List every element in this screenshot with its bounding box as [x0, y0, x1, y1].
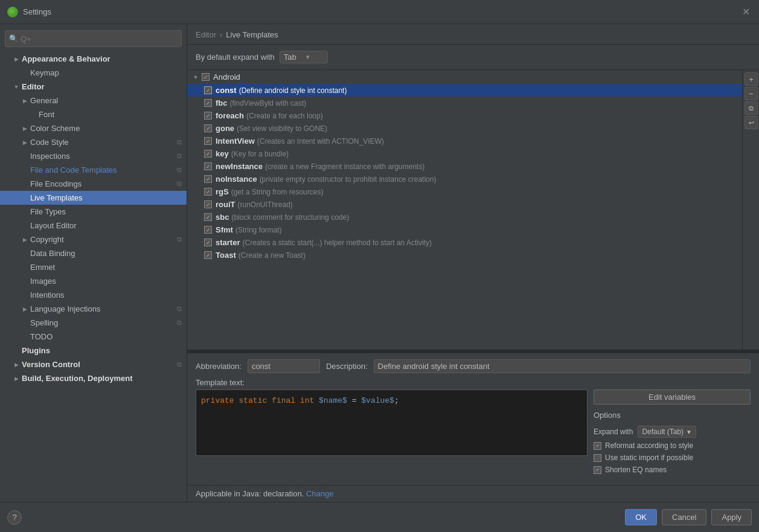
sidebar-item-font[interactable]: Font	[0, 107, 187, 121]
template-item-sfmt[interactable]: Sfmt (String format)	[187, 223, 742, 236]
template-checkbox-sfmt[interactable]	[204, 226, 212, 234]
template-checkbox-foreach[interactable]	[204, 112, 212, 120]
template-item-newinstance[interactable]: newInstance (create a new Fragment insta…	[187, 160, 742, 173]
close-button[interactable]: ✕	[740, 6, 752, 18]
add-template-button[interactable]: +	[745, 72, 758, 86]
search-box[interactable]: 🔍	[5, 30, 182, 47]
sidebar-item-images[interactable]: Images	[0, 274, 187, 288]
template-item-intentview[interactable]: IntentView (Creates an Intent with ACTIO…	[187, 135, 742, 147]
template-name-sfmt: Sfmt	[216, 225, 233, 234]
ok-button[interactable]: OK	[625, 509, 657, 525]
sidebar-item-label: File Encodings	[30, 179, 82, 188]
sidebar-item-keymap[interactable]: Keymap	[0, 66, 187, 80]
sidebar-item-label: Language Injections	[30, 304, 100, 313]
expand-arrow-editor	[12, 83, 21, 91]
sidebar-item-general[interactable]: General	[0, 94, 187, 107]
template-list: Android const (Define android style int …	[187, 70, 742, 350]
copy-template-button[interactable]: ⧉	[745, 101, 758, 115]
template-item-toast[interactable]: Toast (Create a new Toast)	[187, 249, 742, 261]
checkbox-shorten-eq-box[interactable]	[594, 466, 601, 474]
code-editor[interactable]: private static final int $name$ = $value…	[196, 389, 588, 456]
sidebar-item-file-code-templates[interactable]: File and Code Templates ⧉	[0, 163, 187, 177]
template-checkbox-toast[interactable]	[204, 251, 212, 259]
checkbox-reformat-label: Reformat according to style	[605, 441, 693, 450]
checkbox-static-import-box[interactable]	[594, 454, 601, 462]
sidebar-item-spelling[interactable]: Spelling ⧉	[0, 316, 187, 330]
restore-template-button[interactable]: ↩	[745, 116, 758, 129]
template-item-rouit[interactable]: rouiT (runOnUIThread)	[187, 198, 742, 211]
remove-template-button[interactable]: −	[745, 87, 758, 100]
sidebar-item-plugins[interactable]: Plugins	[0, 344, 187, 357]
template-item-gone[interactable]: gone (Set view visibility to GONE)	[187, 122, 742, 135]
template-item-key[interactable]: key (Key for a bundle)	[187, 147, 742, 160]
checkbox-reformat-box[interactable]	[594, 442, 601, 450]
template-desc-starter: (Creates a static start(...) helper meth…	[242, 239, 431, 247]
expand-with-dropdown[interactable]: Default (Tab) ▼	[638, 426, 696, 438]
template-item-sbc[interactable]: sbc (block comment for structuring code)	[187, 211, 742, 223]
copy-icon: ⧉	[177, 166, 182, 174]
expand-arrow-codestyle	[21, 138, 29, 147]
template-checkbox-intentview[interactable]	[204, 137, 212, 145]
template-item-const[interactable]: const (Define android style int constant…	[187, 84, 742, 97]
help-button[interactable]: ?	[7, 510, 22, 525]
template-name-key: key	[216, 149, 229, 158]
template-item-noinstance[interactable]: noInstance (private empty constructor to…	[187, 173, 742, 185]
template-checkbox-key[interactable]	[204, 150, 212, 158]
expand-dropdown-value: Tab	[284, 53, 303, 62]
template-item-starter[interactable]: starter (Creates a static start(...) hel…	[187, 236, 742, 249]
template-checkbox-fbc[interactable]	[204, 99, 212, 107]
template-name-intentview: IntentView	[216, 136, 255, 146]
checkbox-shorten-eq[interactable]: Shorten EQ names	[594, 466, 751, 474]
template-item-foreach[interactable]: foreach (Create a for each loop)	[187, 109, 742, 122]
group-header-android[interactable]: Android	[187, 70, 742, 84]
checkbox-static-import[interactable]: Use static import if possible	[594, 453, 751, 462]
template-name-toast: Toast	[216, 251, 236, 260]
template-item-fbc[interactable]: fbc (findViewByld with cast)	[187, 97, 742, 109]
edit-variables-button[interactable]: Edit variables	[594, 389, 751, 405]
template-checkbox-const[interactable]	[204, 86, 212, 94]
breadcrumb-parent: Editor	[196, 30, 216, 39]
template-checkbox-noinstance[interactable]	[204, 175, 212, 183]
template-checkbox-sbc[interactable]	[204, 213, 212, 221]
sidebar-item-language-injections[interactable]: Language Injections ⧉	[0, 302, 187, 316]
sidebar-item-emmet[interactable]: Emmet	[0, 260, 187, 274]
sidebar-item-editor[interactable]: Editor	[0, 80, 187, 94]
sidebar-item-build[interactable]: Build, Execution, Deployment	[0, 371, 187, 385]
checkbox-reformat[interactable]: Reformat according to style	[594, 441, 751, 450]
sidebar-item-todo[interactable]: TODO	[0, 330, 187, 344]
sidebar-item-copyright[interactable]: Copyright ⧉	[0, 232, 187, 246]
template-item-rgs[interactable]: rgS (get a String from resources)	[187, 185, 742, 198]
sidebar-item-appearance[interactable]: Appearance & Behavior	[0, 52, 187, 66]
sidebar-item-data-binding[interactable]: Data Binding	[0, 246, 187, 260]
sidebar-item-file-encodings[interactable]: File Encodings ⧉	[0, 177, 187, 191]
sidebar-item-inspections[interactable]: Inspections ⧉	[0, 149, 187, 163]
sidebar-item-label: Copyright	[30, 235, 64, 244]
expand-arrow-build	[12, 374, 21, 383]
top-bar: By default expand with Tab ▼	[187, 45, 759, 69]
code-keyword-int: int	[300, 396, 319, 405]
template-checkbox-newinstance[interactable]	[204, 162, 212, 170]
sidebar-item-file-types[interactable]: File Types	[0, 205, 187, 219]
sidebar-item-version-control[interactable]: Version Control ⧉	[0, 357, 187, 371]
sidebar-item-layout-editor[interactable]: Layout Editor	[0, 219, 187, 232]
expand-arrow-appearance	[12, 55, 21, 63]
template-checkbox-rgs[interactable]	[204, 188, 212, 196]
description-input[interactable]	[374, 359, 751, 373]
template-checkbox-starter[interactable]	[204, 239, 212, 246]
cancel-button[interactable]: Cancel	[662, 509, 706, 525]
content-area: Editor › Live Templates By default expan…	[187, 24, 759, 502]
sidebar-item-intentions[interactable]: Intentions	[0, 288, 187, 302]
template-desc-key: (Key for a bundle)	[231, 150, 289, 158]
apply-button[interactable]: Apply	[711, 509, 752, 525]
group-checkbox-android[interactable]	[202, 73, 210, 81]
abbreviation-input[interactable]	[248, 359, 320, 373]
sidebar-item-label: Inspections	[30, 152, 70, 161]
sidebar-item-code-style[interactable]: Code Style ⧉	[0, 135, 187, 149]
template-checkbox-gone[interactable]	[204, 124, 212, 132]
search-input[interactable]	[21, 34, 178, 43]
expand-dropdown[interactable]: Tab ▼	[280, 51, 328, 63]
sidebar-item-color-scheme[interactable]: Color Scheme	[0, 121, 187, 135]
applicable-change-link[interactable]: Change	[306, 489, 334, 498]
sidebar-item-live-templates[interactable]: Live Templates	[0, 191, 187, 205]
template-checkbox-rouit[interactable]	[204, 200, 212, 208]
